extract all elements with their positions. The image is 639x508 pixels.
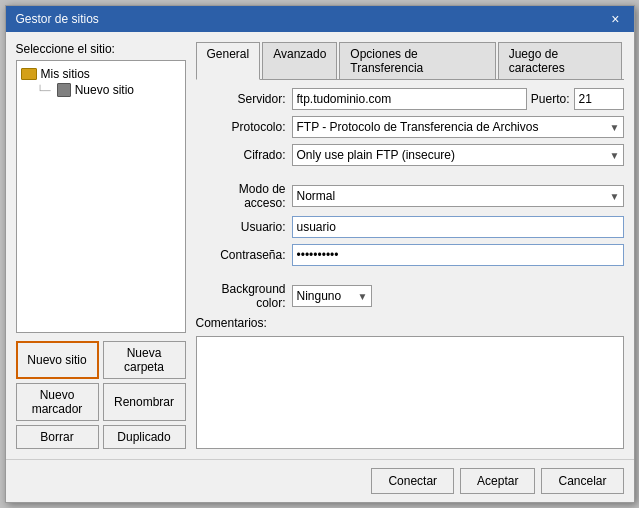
comentarios-label: Comentarios: [196,316,624,330]
site-label: Nuevo sitio [75,83,134,97]
modo-acceso-row: Modo de acceso: Normal ▼ [196,182,624,210]
site-select-label: Seleccione el sitio: [16,42,186,56]
cifrado-label: Cifrado: [196,148,286,162]
servidor-row: Servidor: Puerto: [196,88,624,110]
server-input-group: Puerto: [292,88,624,110]
tabs: General Avanzado Opciones de Transferenc… [196,42,624,80]
folder-icon [21,68,37,80]
bg-color-select[interactable]: Ninguno [292,285,372,307]
comentarios-input[interactable] [196,336,624,449]
tree-folder-mis-sitios[interactable]: Mis sitios [21,65,181,83]
bg-color-select-wrapper: Ninguno ▼ [292,285,372,307]
contrasena-row: Contraseña: [196,244,624,266]
nuevo-sitio-button[interactable]: Nuevo sitio [16,341,99,379]
dialog-body: Seleccione el sitio: Mis sitios └─ Nuevo… [6,32,634,459]
usuario-input[interactable] [292,216,624,238]
cifrado-select[interactable]: Only use plain FTP (insecure) [292,144,624,166]
contrasena-label: Contraseña: [196,248,286,262]
protocolo-select-wrapper: FTP - Protocolo de Transferencia de Arch… [292,116,624,138]
cifrado-select-wrapper: Only use plain FTP (insecure) ▼ [292,144,624,166]
modo-acceso-select[interactable]: Normal [292,185,624,207]
site-icon [57,83,71,97]
modo-acceso-select-wrapper: Normal ▼ [292,185,624,207]
nuevo-marcador-button[interactable]: Nuevo marcador [16,383,99,421]
tab-general[interactable]: General [196,42,261,80]
tree-item-nuevo-sitio[interactable]: └─ Nuevo sitio [21,83,181,97]
close-button[interactable]: × [607,12,623,26]
conectar-button[interactable]: Conectar [371,468,454,494]
tree-line: └─ [37,85,51,96]
tree-area: Mis sitios └─ Nuevo sitio [16,60,186,333]
tab-juego-caracteres[interactable]: Juego de caracteres [498,42,622,79]
title-bar: Gestor de sitios × [6,6,634,32]
form-area: Servidor: Puerto: Protocolo: FTP - Proto… [196,88,624,449]
usuario-label: Usuario: [196,220,286,234]
puerto-input[interactable] [574,88,624,110]
cancelar-button[interactable]: Cancelar [541,468,623,494]
duplicado-button[interactable]: Duplicado [103,425,186,449]
cifrado-row: Cifrado: Only use plain FTP (insecure) ▼ [196,144,624,166]
borrar-button[interactable]: Borrar [16,425,99,449]
left-panel: Seleccione el sitio: Mis sitios └─ Nuevo… [16,42,186,449]
folder-label: Mis sitios [41,67,90,81]
left-buttons: Nuevo sitio Nueva carpeta Nuevo marcador… [16,341,186,449]
dialog-footer: Conectar Aceptar Cancelar [6,459,634,502]
dialog: Gestor de sitios × Seleccione el sitio: … [5,5,635,503]
tab-avanzado[interactable]: Avanzado [262,42,337,79]
usuario-row: Usuario: [196,216,624,238]
protocolo-label: Protocolo: [196,120,286,134]
dialog-title: Gestor de sitios [16,12,99,26]
nueva-carpeta-button[interactable]: Nueva carpeta [103,341,186,379]
puerto-label: Puerto: [531,92,570,106]
bg-color-label: Background color: [196,282,286,310]
servidor-label: Servidor: [196,92,286,106]
right-panel: General Avanzado Opciones de Transferenc… [196,42,624,449]
comentarios-wrapper: Comentarios: [196,316,624,449]
renombrar-button[interactable]: Renombrar [103,383,186,421]
aceptar-button[interactable]: Aceptar [460,468,535,494]
servidor-input[interactable] [292,88,527,110]
protocolo-select[interactable]: FTP - Protocolo de Transferencia de Arch… [292,116,624,138]
protocolo-row: Protocolo: FTP - Protocolo de Transferen… [196,116,624,138]
bg-color-row: Background color: Ninguno ▼ [196,282,624,310]
tab-opciones-transferencia[interactable]: Opciones de Transferencia [339,42,495,79]
modo-acceso-label: Modo de acceso: [196,182,286,210]
contrasena-input[interactable] [292,244,624,266]
